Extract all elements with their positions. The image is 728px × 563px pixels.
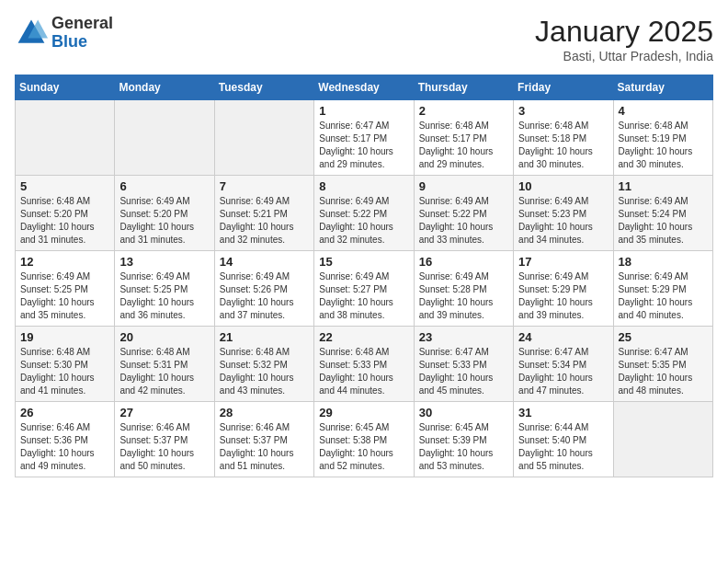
day-number: 13 [119, 255, 209, 269]
day-number: 20 [119, 330, 209, 344]
day-info: Sunrise: 6:49 AMSunset: 5:29 PMDaylight:… [518, 270, 608, 322]
calendar-cell: 26Sunrise: 6:46 AMSunset: 5:36 PMDayligh… [16, 402, 115, 477]
calendar-cell: 4Sunrise: 6:48 AMSunset: 5:19 PMDaylight… [613, 100, 712, 176]
page-header: General Blue January 2025 Basti, Uttar P… [15, 15, 713, 63]
calendar-location: Basti, Uttar Pradesh, India [535, 49, 713, 63]
day-number: 15 [319, 255, 408, 269]
day-number: 3 [518, 104, 608, 118]
day-info: Sunrise: 6:47 AMSunset: 5:34 PMDaylight:… [518, 346, 608, 397]
logo: General Blue [15, 15, 113, 52]
day-number: 2 [419, 104, 508, 118]
calendar-cell [613, 402, 712, 477]
calendar-cell: 1Sunrise: 6:47 AMSunset: 5:17 PMDaylight… [314, 100, 414, 176]
calendar-cell: 22Sunrise: 6:48 AMSunset: 5:33 PMDayligh… [314, 327, 414, 402]
logo-text: General Blue [51, 15, 113, 52]
calendar-cell: 19Sunrise: 6:48 AMSunset: 5:30 PMDayligh… [16, 327, 115, 402]
calendar-cell: 5Sunrise: 6:48 AMSunset: 5:20 PMDaylight… [16, 176, 115, 251]
calendar-title: January 2025 [535, 15, 713, 49]
calendar-cell: 24Sunrise: 6:47 AMSunset: 5:34 PMDayligh… [514, 327, 613, 402]
day-info: Sunrise: 6:49 AMSunset: 5:22 PMDaylight:… [319, 195, 408, 247]
calendar-cell: 11Sunrise: 6:49 AMSunset: 5:24 PMDayligh… [613, 176, 712, 251]
calendar-week-row: 19Sunrise: 6:48 AMSunset: 5:30 PMDayligh… [16, 327, 713, 402]
day-info: Sunrise: 6:49 AMSunset: 5:22 PMDaylight:… [419, 195, 508, 247]
day-info: Sunrise: 6:49 AMSunset: 5:20 PMDaylight:… [119, 195, 209, 247]
calendar-week-row: 1Sunrise: 6:47 AMSunset: 5:17 PMDaylight… [16, 100, 713, 176]
calendar-cell: 2Sunrise: 6:48 AMSunset: 5:17 PMDaylight… [414, 100, 513, 176]
day-info: Sunrise: 6:48 AMSunset: 5:31 PMDaylight:… [119, 346, 209, 397]
calendar-week-row: 5Sunrise: 6:48 AMSunset: 5:20 PMDaylight… [16, 176, 713, 251]
calendar-week-row: 26Sunrise: 6:46 AMSunset: 5:36 PMDayligh… [16, 402, 713, 477]
day-number: 27 [119, 406, 209, 419]
day-info: Sunrise: 6:45 AMSunset: 5:38 PMDaylight:… [319, 421, 408, 473]
day-number: 18 [619, 255, 708, 269]
calendar-cell: 3Sunrise: 6:48 AMSunset: 5:18 PMDaylight… [514, 100, 613, 176]
day-info: Sunrise: 6:49 AMSunset: 5:25 PMDaylight:… [20, 270, 109, 322]
day-number: 17 [518, 255, 608, 269]
logo-icon [15, 17, 48, 50]
day-info: Sunrise: 6:48 AMSunset: 5:33 PMDaylight:… [319, 346, 408, 397]
day-info: Sunrise: 6:48 AMSunset: 5:19 PMDaylight:… [619, 120, 708, 171]
day-info: Sunrise: 6:49 AMSunset: 5:21 PMDaylight:… [220, 195, 309, 247]
title-block: January 2025 Basti, Uttar Pradesh, India [535, 15, 713, 63]
day-number: 8 [319, 179, 408, 193]
day-info: Sunrise: 6:46 AMSunset: 5:37 PMDaylight:… [220, 421, 309, 473]
day-number: 22 [319, 330, 408, 344]
calendar-cell: 28Sunrise: 6:46 AMSunset: 5:37 PMDayligh… [214, 402, 313, 477]
day-number: 10 [518, 179, 608, 193]
header-monday: Monday [115, 75, 214, 100]
calendar-cell: 8Sunrise: 6:49 AMSunset: 5:22 PMDaylight… [314, 176, 414, 251]
day-info: Sunrise: 6:45 AMSunset: 5:39 PMDaylight:… [419, 421, 508, 473]
day-number: 11 [619, 179, 708, 193]
day-number: 19 [20, 330, 109, 344]
logo-general: General [51, 15, 113, 33]
day-info: Sunrise: 6:44 AMSunset: 5:40 PMDaylight:… [518, 421, 608, 473]
header-friday: Friday [514, 75, 613, 100]
day-info: Sunrise: 6:49 AMSunset: 5:29 PMDaylight:… [619, 270, 708, 322]
day-number: 5 [20, 179, 109, 193]
day-info: Sunrise: 6:49 AMSunset: 5:28 PMDaylight:… [419, 270, 508, 322]
day-info: Sunrise: 6:49 AMSunset: 5:25 PMDaylight:… [119, 270, 209, 322]
header-tuesday: Tuesday [214, 75, 313, 100]
calendar-cell: 17Sunrise: 6:49 AMSunset: 5:29 PMDayligh… [514, 251, 613, 327]
calendar-cell: 27Sunrise: 6:46 AMSunset: 5:37 PMDayligh… [115, 402, 214, 477]
day-info: Sunrise: 6:49 AMSunset: 5:24 PMDaylight:… [619, 195, 708, 247]
calendar-cell: 10Sunrise: 6:49 AMSunset: 5:23 PMDayligh… [514, 176, 613, 251]
calendar-cell: 12Sunrise: 6:49 AMSunset: 5:25 PMDayligh… [16, 251, 115, 327]
day-number: 25 [619, 330, 708, 344]
calendar-cell: 18Sunrise: 6:49 AMSunset: 5:29 PMDayligh… [613, 251, 712, 327]
header-thursday: Thursday [414, 75, 513, 100]
calendar-table: SundayMondayTuesdayWednesdayThursdayFrid… [15, 75, 713, 477]
day-number: 30 [419, 406, 508, 419]
day-number: 26 [20, 406, 109, 419]
day-number: 6 [119, 179, 209, 193]
day-info: Sunrise: 6:49 AMSunset: 5:27 PMDaylight:… [319, 270, 408, 322]
day-number: 31 [518, 406, 608, 419]
calendar-cell: 30Sunrise: 6:45 AMSunset: 5:39 PMDayligh… [414, 402, 513, 477]
calendar-cell: 13Sunrise: 6:49 AMSunset: 5:25 PMDayligh… [115, 251, 214, 327]
calendar-week-row: 12Sunrise: 6:49 AMSunset: 5:25 PMDayligh… [16, 251, 713, 327]
calendar-cell [214, 100, 313, 176]
day-info: Sunrise: 6:48 AMSunset: 5:20 PMDaylight:… [20, 195, 109, 247]
day-info: Sunrise: 6:47 AMSunset: 5:33 PMDaylight:… [419, 346, 508, 397]
calendar-cell: 25Sunrise: 6:47 AMSunset: 5:35 PMDayligh… [613, 327, 712, 402]
day-number: 29 [319, 406, 408, 419]
day-number: 16 [419, 255, 508, 269]
day-number: 24 [518, 330, 608, 344]
calendar-cell: 7Sunrise: 6:49 AMSunset: 5:21 PMDaylight… [214, 176, 313, 251]
day-info: Sunrise: 6:49 AMSunset: 5:23 PMDaylight:… [518, 195, 608, 247]
day-info: Sunrise: 6:48 AMSunset: 5:32 PMDaylight:… [220, 346, 309, 397]
day-info: Sunrise: 6:46 AMSunset: 5:36 PMDaylight:… [20, 421, 109, 473]
day-number: 1 [319, 104, 408, 118]
calendar-cell [16, 100, 115, 176]
header-saturday: Saturday [613, 75, 712, 100]
calendar-cell: 15Sunrise: 6:49 AMSunset: 5:27 PMDayligh… [314, 251, 414, 327]
calendar-cell: 9Sunrise: 6:49 AMSunset: 5:22 PMDaylight… [414, 176, 513, 251]
calendar-cell: 6Sunrise: 6:49 AMSunset: 5:20 PMDaylight… [115, 176, 214, 251]
day-info: Sunrise: 6:47 AMSunset: 5:35 PMDaylight:… [619, 346, 708, 397]
day-number: 9 [419, 179, 508, 193]
day-number: 14 [220, 255, 309, 269]
calendar-cell: 16Sunrise: 6:49 AMSunset: 5:28 PMDayligh… [414, 251, 513, 327]
calendar-cell: 14Sunrise: 6:49 AMSunset: 5:26 PMDayligh… [214, 251, 313, 327]
calendar-cell: 20Sunrise: 6:48 AMSunset: 5:31 PMDayligh… [115, 327, 214, 402]
calendar-cell: 31Sunrise: 6:44 AMSunset: 5:40 PMDayligh… [514, 402, 613, 477]
